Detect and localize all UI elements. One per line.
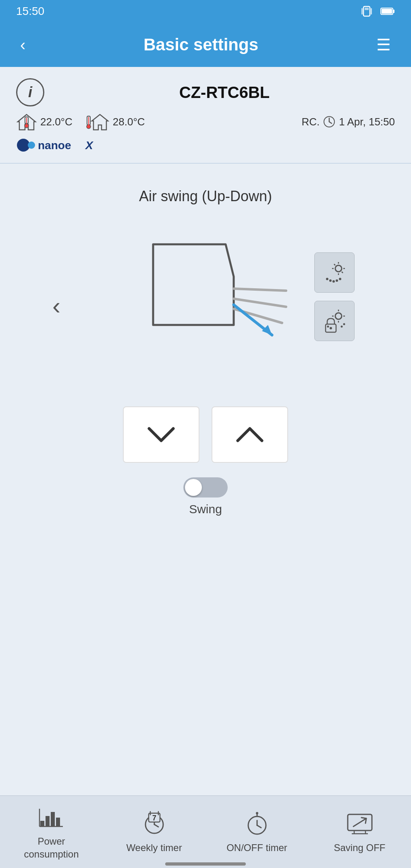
- svg-point-39: [335, 313, 342, 319]
- svg-point-9: [25, 124, 29, 128]
- svg-rect-6: [393, 10, 394, 13]
- svg-text:nanoe: nanoe: [38, 139, 71, 152]
- header: ‹ Basic settings ☰: [0, 23, 411, 67]
- status-bar: 15:50: [0, 0, 411, 23]
- swing-illustration: [113, 228, 298, 383]
- swing-toggle[interactable]: [183, 477, 228, 497]
- nav-item-weekly-timer[interactable]: 7 Weekly timer: [103, 803, 206, 860]
- bottom-nav: Powerconsumption 7 Weekly timer: [0, 795, 411, 868]
- svg-line-23: [234, 299, 286, 307]
- toggle-knob: [185, 479, 202, 496]
- clock-icon: [323, 115, 336, 128]
- svg-rect-51: [51, 812, 55, 826]
- svg-text:7: 7: [152, 814, 156, 822]
- onoff-timer-icon-area: [243, 810, 271, 837]
- svg-line-32: [334, 264, 335, 265]
- outdoor-temp: 28.0°C: [84, 113, 145, 131]
- svg-rect-1: [365, 8, 369, 10]
- chevron-up-icon: [234, 423, 266, 447]
- swing-label: Swing: [189, 502, 222, 516]
- saving-off-icon-area: [346, 810, 374, 837]
- svg-point-66: [256, 812, 258, 814]
- svg-point-35: [329, 279, 332, 282]
- rc-datetime: 1 Apr, 15:50: [339, 116, 395, 128]
- up-arrow-button[interactable]: [212, 406, 288, 463]
- air-swing-label: Air swing (Up-Down): [139, 188, 272, 205]
- svg-rect-2: [361, 8, 363, 15]
- svg-point-37: [336, 279, 338, 282]
- svg-line-22: [234, 289, 286, 291]
- svg-point-27: [335, 265, 342, 272]
- nav-item-saving-off[interactable]: Saving OFF: [308, 803, 411, 860]
- nav-item-onoff-timer[interactable]: ON/OFF timer: [206, 803, 308, 860]
- nav-label-weekly-timer: Weekly timer: [126, 841, 182, 854]
- svg-point-45: [330, 327, 332, 329]
- vibrate-icon: [359, 4, 374, 19]
- nanoex-icon: nanoe X: [16, 136, 105, 154]
- nanoex-logo: nanoe X: [16, 136, 395, 156]
- status-icons: [359, 4, 395, 19]
- svg-point-47: [341, 326, 343, 328]
- airflow-auto-icon: [322, 260, 347, 285]
- swing-diagram-container: ‹: [48, 221, 363, 390]
- svg-rect-52: [56, 818, 60, 826]
- home-indicator: [165, 862, 246, 866]
- svg-rect-5: [382, 9, 392, 14]
- power-consumption-icon-area: [38, 803, 65, 831]
- menu-button[interactable]: ☰: [372, 31, 395, 58]
- arrow-buttons: [123, 406, 288, 463]
- svg-point-19: [28, 142, 35, 149]
- airflow-lock-button[interactable]: [314, 301, 355, 341]
- saving-off-icon: [346, 812, 374, 835]
- svg-point-12: [87, 125, 91, 129]
- svg-line-17: [329, 122, 332, 123]
- status-time: 15:50: [16, 5, 44, 18]
- indoor-temp-icon: [16, 113, 37, 131]
- svg-text:X: X: [85, 139, 94, 152]
- svg-rect-49: [40, 821, 44, 826]
- page-title: Basic settings: [143, 35, 258, 54]
- svg-rect-3: [371, 8, 372, 15]
- nav-label-saving-off: Saving OFF: [334, 841, 385, 854]
- power-consumption-icon: [39, 806, 64, 829]
- svg-point-48: [343, 323, 345, 325]
- rc-label: RC.: [301, 116, 320, 128]
- nav-item-power-consumption[interactable]: Powerconsumption: [0, 797, 103, 866]
- weekly-timer-icon-area: 7: [141, 810, 168, 837]
- svg-marker-26: [262, 325, 272, 335]
- rc-section: RC. 1 Apr, 15:50: [301, 115, 395, 128]
- swing-svg: [113, 228, 298, 381]
- swing-section: Swing: [183, 477, 228, 516]
- indoor-temp: 22.0°C: [16, 113, 73, 131]
- outdoor-temp-value: 28.0°C: [113, 116, 145, 128]
- indoor-temp-value: 22.0°C: [40, 116, 73, 128]
- info-icon[interactable]: i: [16, 78, 44, 106]
- device-info-section: i CZ-RTC6BL 22.0°C: [0, 67, 411, 164]
- svg-line-64: [257, 825, 261, 828]
- onoff-timer-icon: [245, 811, 269, 837]
- svg-point-34: [326, 278, 328, 280]
- right-icons-container: [314, 252, 355, 341]
- chevron-down-icon: [145, 423, 177, 447]
- airflow-lock-icon: [322, 308, 347, 334]
- weekly-timer-icon: 7: [141, 811, 167, 837]
- prev-arrow[interactable]: ‹: [52, 292, 60, 320]
- outdoor-temp-icon: [84, 113, 110, 131]
- svg-marker-14: [92, 114, 108, 130]
- airflow-auto-button[interactable]: [314, 252, 355, 293]
- temperature-section: 22.0°C 28.0°C: [16, 113, 145, 131]
- svg-line-57: [154, 824, 158, 827]
- svg-point-38: [339, 278, 341, 280]
- svg-line-33: [342, 272, 343, 273]
- nav-label-onoff-timer: ON/OFF timer: [226, 841, 287, 854]
- battery-icon: [380, 7, 395, 16]
- svg-line-71: [353, 818, 366, 826]
- svg-point-46: [327, 326, 329, 328]
- svg-point-36: [332, 280, 335, 283]
- down-arrow-button[interactable]: [123, 406, 199, 463]
- main-content: Air swing (Up-Down) ‹: [0, 164, 411, 809]
- svg-rect-50: [46, 816, 50, 826]
- nav-label-power-consumption: Powerconsumption: [24, 835, 79, 860]
- back-button[interactable]: ‹: [16, 32, 29, 58]
- device-name: CZ-RTC6BL: [54, 83, 395, 102]
